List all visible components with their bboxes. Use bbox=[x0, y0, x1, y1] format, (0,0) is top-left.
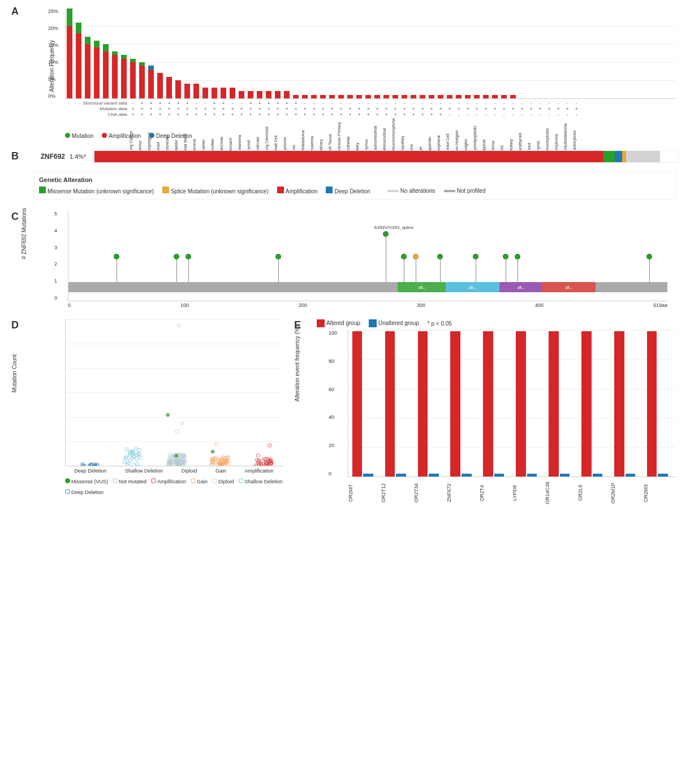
ga-deep-deletion: Deep Deletion bbox=[326, 187, 370, 194]
ga-amplification: Amplification bbox=[277, 187, 318, 194]
percent-label-b: 1.4%* bbox=[70, 153, 89, 160]
panels-de: D Mutation Count 12k 10k 8k 6k 4k 2k bbox=[11, 319, 679, 507]
panel-d-letter: D bbox=[11, 319, 19, 331]
domain-zf1: zf.. bbox=[398, 282, 446, 292]
lollipop-chart: 5 4 3 2 1 0 zf.. zf-.. zf.. zf.. A293V/X… bbox=[68, 211, 667, 301]
cna-data-row: CNA data +++++++++++++++++++++++++++++++… bbox=[65, 112, 676, 117]
e-y-ticks: 100 80 60 40 20 0 bbox=[329, 330, 337, 477]
genetic-alteration-legend: Genetic Alteration Missense Mutation (un… bbox=[34, 171, 676, 200]
mutation-data-label: Mutation data bbox=[65, 106, 127, 111]
cna-data-label: CNA data bbox=[65, 112, 127, 117]
domain-zf2: zf-.. bbox=[446, 282, 499, 292]
e-legend: Altered group Unaltered group * p < 0.05 bbox=[317, 319, 679, 327]
gene-label-b: ZNF692 bbox=[34, 153, 65, 161]
d-legend-gain: Gain bbox=[191, 478, 208, 484]
c-x-axis: 0 100 200 300 400 519aa bbox=[68, 302, 667, 308]
e-x-labels: OR2M7OR2T12OR2T34ZNF672OR2T4LYPD8OR14C36… bbox=[348, 479, 676, 507]
ga-no-alteration: No alterations bbox=[387, 188, 435, 194]
e-x-label-item: LYPD8 bbox=[512, 479, 545, 507]
panel-b: B ZNF692 1.4%* Genetic Alteration Missen… bbox=[11, 150, 679, 200]
panel-c-letter: C bbox=[11, 211, 19, 223]
sv-data-cells: -++++++--++--++++++---------------------… bbox=[129, 101, 580, 106]
d-legend: Missense (VUS) Not mutated Amplification… bbox=[65, 478, 288, 495]
panel-c-y-label: # ZNF692 Mutations bbox=[21, 208, 27, 259]
panel-d-y-label: Mutation Count bbox=[11, 345, 18, 402]
y-tick-10: 10% bbox=[48, 59, 58, 65]
e-x-label-item: OR2L5 bbox=[577, 479, 610, 507]
domain-zf3: zf.. bbox=[499, 282, 541, 292]
ga-splice: Splice Mutation (unknown significance) bbox=[162, 187, 269, 194]
ga-not-profiled: Not profiled bbox=[444, 188, 486, 194]
ga-missense: Missense Mutation (unknown significance) bbox=[39, 187, 154, 194]
d-legend-amplification: Amplification bbox=[151, 478, 186, 484]
e-x-label-item: OR14C36 bbox=[545, 479, 577, 507]
d-legend-deep: Deep Deletion bbox=[65, 489, 104, 495]
e-legend-pvalue: * p < 0.05 bbox=[428, 320, 452, 327]
ga-legend-title: Genetic Alteration bbox=[39, 176, 671, 183]
c-y-ticks: 5 4 3 2 1 0 bbox=[54, 211, 57, 301]
d-legend-diploid: Diploid bbox=[212, 478, 234, 484]
domain-zf4: zf.. bbox=[542, 282, 596, 292]
ga-legend-items: Missense Mutation (unknown significance)… bbox=[39, 187, 671, 194]
panel-b-letter: B bbox=[11, 150, 19, 162]
mutation-data-row: Mutation data ++++++++++++++++++++++++++… bbox=[65, 106, 676, 111]
e-x-label-item: OR2M3 bbox=[643, 479, 676, 507]
d-legend-missense: Missense (VUS) bbox=[65, 478, 108, 484]
d-legend-shallow: Shallow Deletion bbox=[239, 478, 283, 484]
y-tick-25: 25% bbox=[48, 8, 58, 14]
protein-backbone: zf.. zf-.. zf.. zf.. bbox=[68, 282, 667, 292]
y-tick-0: 0% bbox=[48, 93, 58, 99]
mut-data-cells: ++++++++++++++++++++++++++++++++++++++++… bbox=[129, 106, 580, 111]
e-x-label-item: OR2M7 bbox=[348, 479, 381, 507]
e-gridlines bbox=[348, 330, 676, 477]
bar-chart-e: 100 80 60 40 20 0 bbox=[348, 330, 676, 477]
scatter-chart: 12k 10k 8k 6k 4k 2k 0 bbox=[65, 319, 283, 466]
cna-data-cells: +++++++++++++++++++++++++++++++++++-----… bbox=[129, 112, 580, 117]
y-tick-5: 5% bbox=[48, 76, 58, 82]
panel-a: A Alteration Frequency 25% 20% 15% 10% 5… bbox=[11, 6, 679, 139]
e-x-label-item: OR2T34 bbox=[413, 479, 446, 507]
panel-c: C # ZNF692 Mutations 5 4 3 2 1 0 bbox=[11, 211, 679, 308]
oncoprint-row: ZNF692 1.4%* bbox=[34, 150, 679, 163]
d-x-labels: Deep Deletion Shallow Deletion Diploid G… bbox=[65, 468, 283, 474]
panel-e: E Altered group Unaltered group * p < 0.… bbox=[294, 319, 679, 507]
structural-variant-label: Structural variant data bbox=[65, 101, 127, 106]
e-x-label-item: OR2T4 bbox=[479, 479, 512, 507]
structural-variant-row: Structural variant data -++++++--++--+++… bbox=[65, 101, 676, 106]
e-x-label-item: OR2T12 bbox=[381, 479, 413, 507]
e-x-label-item: OR2M1P bbox=[610, 479, 643, 507]
d-gridlines bbox=[66, 319, 283, 466]
panel-a-letter: A bbox=[11, 6, 19, 18]
cancer-type-labels: Lung CancerUterineEsophagealBreastColore… bbox=[129, 118, 676, 153]
e-legend-altered: Altered group bbox=[317, 319, 360, 327]
panel-e-y-label: Alteration event frequency (%) bbox=[294, 328, 300, 402]
e-legend-unaltered: Unaltered group bbox=[369, 319, 419, 327]
y-tick-15: 15% bbox=[48, 42, 58, 48]
panel-d: D Mutation Count 12k 10k 8k 6k 4k 2k bbox=[11, 319, 288, 507]
e-x-label-item: ZNF672 bbox=[446, 479, 479, 507]
d-legend-not-mutated: Not mutated bbox=[113, 478, 146, 484]
oncoprint-track bbox=[94, 150, 679, 163]
panel-a-bars bbox=[65, 8, 676, 99]
y-tick-20: 20% bbox=[48, 25, 58, 31]
